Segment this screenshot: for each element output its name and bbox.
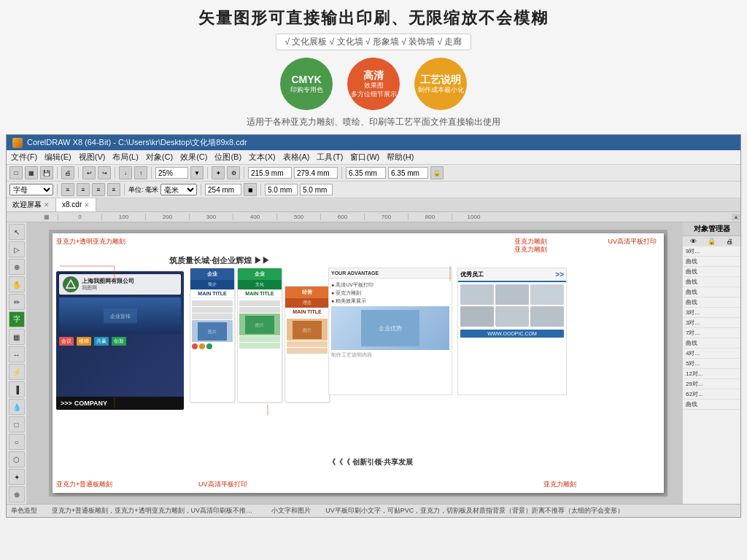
obj-item-9[interactable]: 7对...: [683, 328, 740, 338]
menu-object[interactable]: 对象(C): [146, 152, 173, 163]
tool-polygon[interactable]: ⬡: [9, 451, 25, 467]
obj-item-7[interactable]: 3对...: [683, 308, 740, 318]
company-banner-img: 企业宣传: [59, 298, 181, 334]
panel-culture: 企业 文化 MAIN TITLE 图片: [237, 268, 282, 402]
obj-item-3[interactable]: 曲线: [683, 267, 740, 277]
tool-ellipse[interactable]: ○: [9, 434, 25, 450]
tab-welcome[interactable]: 欢迎屏幕 ✕: [7, 198, 56, 211]
tb-new-btn[interactable]: □: [9, 166, 23, 179]
tool-shape[interactable]: ▷: [9, 241, 25, 257]
obj-item-1[interactable]: 9对...: [683, 246, 740, 257]
obj-item-10[interactable]: 曲线: [683, 338, 740, 349]
obj-item-5[interactable]: 曲线: [683, 287, 740, 298]
dim-x-input[interactable]: [346, 167, 386, 179]
obj-item-2[interactable]: 曲线: [683, 257, 740, 267]
tab-file-close-icon[interactable]: ✕: [84, 201, 90, 209]
obj-item-12[interactable]: 5对...: [683, 359, 740, 369]
tb-redo-btn[interactable]: ↪: [98, 166, 111, 179]
obj-item-14[interactable]: 29对...: [683, 379, 740, 389]
obj-item-15[interactable]: 62对...: [683, 389, 740, 400]
tool-zoom[interactable]: ⊕: [9, 259, 25, 275]
menu-text[interactable]: 文本(X): [249, 152, 276, 163]
tool-connector[interactable]: ⚡: [9, 364, 25, 380]
tool-eyedrop[interactable]: 💧: [9, 399, 25, 415]
top-desc: 适用于各种亚克力雕刻、喷绘、印刷等工艺平面文件直接输出使用: [0, 116, 747, 128]
tool-pan[interactable]: ✋: [9, 276, 25, 292]
obj-item-4[interactable]: 曲线: [683, 277, 740, 287]
val-254-input[interactable]: [205, 184, 241, 195]
tool-freehand[interactable]: ✏: [9, 294, 25, 310]
company-logo-row: 上海我图网有限公司 我图网: [59, 274, 181, 295]
tool-add[interactable]: ⊕: [9, 486, 25, 502]
tb-settings-btn[interactable]: ⚙: [227, 166, 240, 179]
tb-snap-btn[interactable]: ✦: [212, 166, 225, 179]
obj-lock-icon[interactable]: 🔒: [708, 238, 716, 245]
menu-table[interactable]: 表格(A): [283, 152, 310, 163]
menu-layout[interactable]: 布局(L): [112, 152, 138, 163]
menu-edit[interactable]: 编辑(E): [44, 152, 71, 163]
company-name: 上海我图网有限公司 我图网: [82, 278, 134, 291]
dim-y-input[interactable]: [388, 167, 428, 179]
canvas-area[interactable]: 攻图网 攻图网 攻图网 亚克力+透明亚克力雕刻 亚克力雕刻 亚克力雕刻 UV高清…: [27, 222, 740, 504]
val-5a-input[interactable]: [265, 184, 298, 195]
menu-file[interactable]: 文件(F): [11, 152, 37, 163]
badge-cmyk-title: CMYK: [291, 73, 321, 86]
tb-align-c[interactable]: ≡: [77, 183, 90, 196]
tab-close-icon[interactable]: ✕: [44, 201, 50, 209]
unit-selector[interactable]: 毫米: [160, 184, 197, 195]
menu-bitmap[interactable]: 位图(B): [214, 152, 241, 163]
main-title: 矢量图形可直接输出印刷、无限缩放不会模糊: [0, 7, 747, 29]
tb-undo-btn[interactable]: ↩: [82, 166, 96, 179]
zoom-input[interactable]: [155, 167, 188, 179]
dim-w-input[interactable]: [248, 167, 292, 179]
tb-open-btn[interactable]: ▦: [25, 166, 38, 179]
obj-item-16[interactable]: 曲线: [683, 400, 740, 410]
emp-website: WWW.OOOPIC.COM: [460, 330, 564, 338]
obj-items-list: 9对... 曲线 曲线 曲线 曲线 曲线 3对... 3对... 7对... 曲…: [683, 246, 740, 410]
tb-import-btn[interactable]: ↓: [119, 166, 132, 179]
menu-tools[interactable]: 工具(T): [317, 152, 343, 163]
obj-item-13[interactable]: 12对...: [683, 369, 740, 379]
status-desc1: 亚克力+普通板雕刻，亚克力+透明亚克力雕刻，UV高清印刷板不推荐采用此种模式制作…: [52, 506, 257, 516]
obj-item-11[interactable]: 4对...: [683, 349, 740, 359]
tb-val-btn[interactable]: ◼: [244, 183, 257, 196]
menu-effect[interactable]: 效果(C): [180, 152, 207, 163]
adv-image: 企业优势: [331, 306, 449, 350]
tool-text[interactable]: 字: [9, 311, 25, 327]
tool-measure[interactable]: ↔: [9, 346, 25, 362]
tool-table[interactable]: ▦: [9, 329, 25, 345]
tb-sep9: [124, 184, 125, 195]
tool-rect[interactable]: □: [9, 416, 25, 432]
font-selector[interactable]: 字母: [9, 184, 53, 195]
cdr-menubar[interactable]: 文件(F) 编辑(E) 视图(V) 布局(L) 对象(C) 效果(C) 位图(B…: [7, 150, 740, 165]
badge-hd-sub2: 效果图: [364, 82, 384, 90]
menu-help[interactable]: 帮助(H): [387, 152, 414, 163]
obj-print-icon[interactable]: 🖨: [727, 238, 733, 245]
ann-uv-right: UV高清平板打印: [608, 237, 657, 246]
tb-export-btn[interactable]: ↑: [134, 166, 147, 179]
menu-window[interactable]: 窗口(W): [350, 152, 379, 163]
tb-zoom-btn[interactable]: ▼: [190, 166, 204, 179]
tool-smart[interactable]: ✦: [9, 469, 25, 485]
svg-text:企业宣传: 企业宣传: [110, 314, 131, 319]
tb-sep7: [341, 167, 342, 179]
tool-fill[interactable]: ▐: [9, 381, 25, 397]
dim-h-input[interactable]: [294, 167, 338, 179]
tb-print-btn[interactable]: 🖨: [61, 166, 74, 179]
tb-save-btn[interactable]: 💾: [40, 166, 53, 179]
tab-file[interactable]: x8.cdr ✕: [56, 198, 96, 211]
obj-eye-icon[interactable]: 👁: [690, 238, 697, 245]
tool-select[interactable]: ↖: [9, 224, 25, 240]
company-logo-icon: [63, 276, 79, 292]
tb-align-j[interactable]: ≡: [107, 183, 120, 196]
cdr-logo-icon: [12, 138, 23, 148]
val-5b-input[interactable]: [300, 184, 333, 195]
menu-view[interactable]: 视图(V): [79, 152, 106, 163]
obj-item-6[interactable]: 曲线: [683, 298, 740, 308]
obj-manager-title: 对象管理器: [683, 222, 740, 236]
obj-item-8[interactable]: 3对...: [683, 318, 740, 328]
svg-marker-0: [66, 280, 75, 288]
tb-align-r[interactable]: ≡: [92, 183, 105, 196]
tb-lock-btn[interactable]: 🔒: [430, 166, 444, 179]
tb-align-l[interactable]: ≡: [61, 183, 74, 196]
